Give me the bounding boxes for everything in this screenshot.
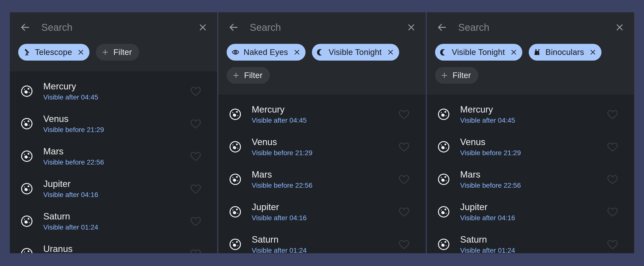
favorite-heart-icon[interactable] (606, 140, 619, 153)
close-icon (198, 22, 208, 33)
favorite-heart-icon[interactable] (189, 117, 202, 130)
search-input[interactable] (250, 22, 395, 33)
close-icon (406, 22, 416, 33)
close-search-button[interactable] (198, 22, 208, 33)
filter-chips-row: Telescope Filter (18, 42, 209, 61)
remove-filter-button[interactable] (387, 49, 394, 56)
object-name: Jupiter (252, 202, 307, 212)
favorite-heart-icon[interactable] (606, 173, 619, 186)
close-icon (614, 22, 625, 33)
object-visibility: Visible before 21:29 (252, 149, 312, 157)
search-panel-2: Naked Eyes Visible Tonight Filter (218, 12, 426, 253)
search-result-item[interactable]: Jupiter Visible after 04:16 (218, 196, 426, 228)
search-header: Visible Tonight Binoculars Filter (427, 12, 634, 95)
close-icon (77, 49, 84, 56)
filter-chip-label: Binoculars (546, 48, 584, 57)
remove-filter-button[interactable] (293, 49, 300, 56)
object-name: Jupiter (460, 202, 515, 212)
object-visibility: Visible after 04:16 (43, 191, 98, 199)
object-name: Saturn (460, 234, 515, 244)
planet-icon (21, 85, 33, 97)
filter-chip[interactable]: Visible Tonight (312, 44, 399, 61)
search-result-item[interactable]: Mercury Visible after 04:45 (427, 98, 634, 130)
search-result-item[interactable]: Saturn Visible after 01:24 (218, 228, 426, 253)
search-panel-1: Telescope Filter Mercury (10, 12, 217, 253)
close-search-button[interactable] (614, 22, 625, 33)
favorite-heart-icon[interactable] (398, 108, 410, 121)
remove-filter-button[interactable] (77, 49, 84, 56)
planet-icon (229, 141, 242, 153)
remove-filter-button[interactable] (510, 49, 518, 56)
object-name: Saturn (252, 234, 307, 244)
favorite-heart-icon[interactable] (606, 238, 619, 251)
add-filter-label: Filter (452, 71, 471, 80)
favorite-heart-icon[interactable] (189, 150, 202, 163)
favorite-heart-icon[interactable] (189, 247, 202, 253)
close-search-button[interactable] (406, 22, 416, 33)
back-button[interactable] (228, 22, 239, 33)
search-result-item[interactable]: Saturn Visible after 01:24 (10, 205, 217, 237)
remove-filter-button[interactable] (589, 49, 596, 56)
planet-icon (21, 183, 33, 195)
crescent-moon-icon (440, 49, 448, 56)
add-filter-button[interactable]: Filter (96, 44, 139, 61)
object-visibility: Visible after 04:45 (252, 116, 307, 124)
object-visibility: Visible before 21:29 (460, 149, 521, 157)
add-filter-button[interactable]: Filter (435, 67, 478, 84)
filter-chip[interactable]: Telescope (18, 44, 90, 61)
favorite-heart-icon[interactable] (398, 238, 410, 251)
search-result-item[interactable]: Mars Visible before 22:56 (10, 140, 217, 172)
search-result-item[interactable]: Mars Visible before 22:56 (427, 163, 634, 196)
search-input[interactable] (458, 22, 604, 33)
object-visibility: Visible after 01:24 (460, 246, 515, 253)
favorite-heart-icon[interactable] (398, 205, 410, 218)
search-result-item[interactable]: Venus Visible before 21:29 (218, 130, 426, 163)
plus-icon (101, 48, 109, 56)
search-panel-3: Visible Tonight Binoculars Filter (427, 12, 634, 253)
search-result-item[interactable]: Jupiter Visible after 04:16 (427, 196, 634, 228)
screenshot-stage: Telescope Filter Mercury (0, 0, 644, 266)
favorite-heart-icon[interactable] (398, 173, 410, 186)
favorite-heart-icon[interactable] (189, 182, 202, 195)
add-filter-label: Filter (244, 71, 262, 80)
search-result-item[interactable]: Mercury Visible after 04:45 (218, 98, 426, 130)
search-result-item[interactable]: Jupiter Visible after 04:16 (10, 172, 217, 205)
filter-chip[interactable]: Naked Eyes (227, 44, 306, 61)
planet-icon (438, 173, 450, 185)
search-result-item[interactable]: Mercury Visible after 04:45 (10, 75, 217, 107)
crescent-moon-icon (317, 49, 324, 56)
back-button[interactable] (19, 22, 30, 33)
object-name: Venus (252, 137, 312, 147)
filter-chips-row: Naked Eyes Visible Tonight Filter (227, 42, 417, 84)
favorite-heart-icon[interactable] (398, 140, 410, 153)
add-filter-button[interactable]: Filter (227, 67, 270, 84)
filter-chip-label: Visible Tonight (452, 48, 505, 57)
search-bar (227, 12, 417, 42)
object-name: Mercury (460, 104, 515, 114)
favorite-heart-icon[interactable] (189, 215, 202, 228)
search-input[interactable] (41, 22, 187, 33)
filter-chip[interactable]: Binoculars (529, 44, 602, 61)
search-bar (435, 12, 626, 42)
search-result-item[interactable]: Venus Visible before 21:29 (10, 107, 217, 140)
back-button[interactable] (436, 22, 447, 33)
search-result-item[interactable]: Uranus (10, 237, 217, 253)
search-results-list: Mercury Visible after 04:45 Venus Visibl… (427, 95, 634, 253)
close-icon (510, 49, 518, 56)
favorite-heart-icon[interactable] (606, 205, 619, 218)
search-header: Telescope Filter (10, 12, 217, 71)
search-results-list: Mercury Visible after 04:45 Venus Visibl… (218, 95, 426, 253)
search-result-item[interactable]: Venus Visible before 21:29 (427, 130, 634, 163)
favorite-heart-icon[interactable] (606, 108, 619, 121)
planet-icon (21, 150, 33, 162)
filter-chip-label: Visible Tonight (329, 48, 382, 57)
eye-icon (232, 48, 240, 56)
favorite-heart-icon[interactable] (189, 85, 202, 97)
filter-chip[interactable]: Visible Tonight (435, 44, 522, 61)
close-icon (293, 49, 300, 56)
object-visibility: Visible after 04:16 (252, 214, 307, 222)
search-result-item[interactable]: Mars Visible before 22:56 (218, 163, 426, 196)
binoculars-icon (534, 49, 541, 56)
planet-icon (438, 238, 450, 250)
search-result-item[interactable]: Saturn Visible after 01:24 (427, 228, 634, 253)
